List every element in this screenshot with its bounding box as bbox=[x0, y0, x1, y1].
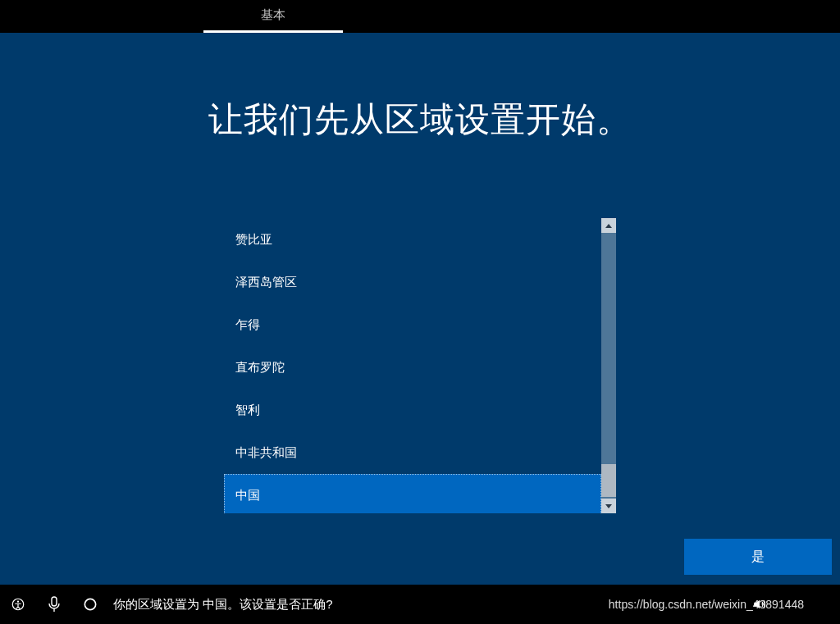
tab-basic[interactable]: 基本 bbox=[203, 0, 343, 33]
svg-rect-2 bbox=[52, 597, 57, 606]
region-item-label: 泽西岛管区 bbox=[235, 275, 297, 290]
region-item[interactable]: 中非共和国 bbox=[224, 431, 601, 474]
main-panel: 让我们先从区域设置开始。 赞比亚泽西岛管区乍得直布罗陀智利中非共和国中国 是 bbox=[5, 33, 835, 585]
region-item[interactable]: 中国 bbox=[224, 474, 601, 513]
region-item[interactable]: 直布罗陀 bbox=[224, 346, 601, 389]
scroll-up-button[interactable] bbox=[601, 218, 616, 233]
cortana-text: 你的区域设置为 中国。该设置是否正确? bbox=[113, 597, 333, 613]
region-item-label: 智利 bbox=[235, 403, 260, 418]
region-item[interactable]: 乍得 bbox=[224, 303, 601, 346]
accessibility-icon[interactable] bbox=[0, 585, 36, 624]
svg-point-3 bbox=[84, 599, 95, 609]
page-title: 让我们先从区域设置开始。 bbox=[5, 97, 835, 143]
taskbar: 你的区域设置为 中国。该设置是否正确? https://blog.csdn.ne… bbox=[0, 585, 840, 624]
region-item[interactable]: 泽西岛管区 bbox=[224, 261, 601, 303]
scroll-down-button[interactable] bbox=[601, 499, 616, 513]
region-item-label: 直布罗陀 bbox=[235, 360, 285, 376]
region-item-label: 乍得 bbox=[235, 317, 260, 333]
svg-point-1 bbox=[17, 601, 19, 603]
confirm-button[interactable]: 是 bbox=[684, 539, 832, 575]
volume-icon[interactable] bbox=[751, 597, 768, 612]
cortana-icon[interactable] bbox=[72, 585, 108, 624]
microphone-icon[interactable] bbox=[36, 585, 72, 624]
oobe-screen: 基本 让我们先从区域设置开始。 赞比亚泽西岛管区乍得直布罗陀智利中非共和国中国 … bbox=[0, 0, 840, 624]
region-item-label: 中非共和国 bbox=[235, 445, 297, 461]
watermark-text: https://blog.csdn.net/weixin_43891448 bbox=[609, 598, 804, 611]
region-item-label: 赞比亚 bbox=[235, 232, 272, 248]
region-item[interactable]: 赞比亚 bbox=[224, 218, 601, 261]
region-list[interactable]: 赞比亚泽西岛管区乍得直布罗陀智利中非共和国中国 bbox=[224, 218, 601, 513]
region-list-container: 赞比亚泽西岛管区乍得直布罗陀智利中非共和国中国 bbox=[224, 218, 616, 513]
top-bar: 基本 bbox=[0, 0, 840, 33]
region-item[interactable]: 智利 bbox=[224, 389, 601, 431]
scrollbar-thumb[interactable] bbox=[601, 464, 616, 497]
scrollbar-track[interactable] bbox=[601, 218, 616, 513]
region-item-label: 中国 bbox=[235, 488, 260, 503]
